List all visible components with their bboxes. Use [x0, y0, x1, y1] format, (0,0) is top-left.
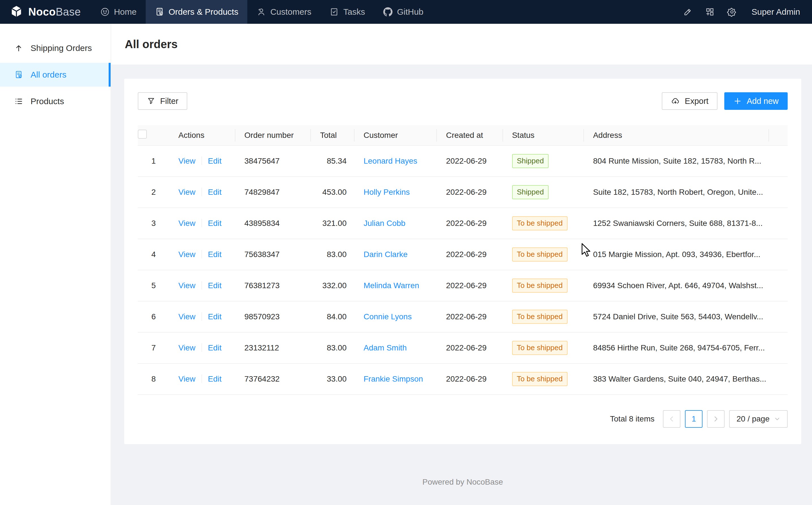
customer-link[interactable]: Leonard Hayes	[363, 157, 417, 165]
column-header-status: Status	[503, 125, 584, 146]
view-link[interactable]: View	[179, 219, 196, 227]
edit-link[interactable]: Edit	[208, 250, 222, 259]
status-badge: To be shipped	[512, 372, 568, 386]
page-size-select[interactable]: 20 / page	[729, 410, 788, 428]
customer-link[interactable]: Adam Smith	[363, 343, 407, 352]
order-number-cell: 76381273	[235, 270, 311, 301]
logo-text-noco: Noco	[28, 6, 56, 18]
nocobase-logo[interactable]: NocoBase	[0, 0, 91, 24]
divider	[202, 281, 202, 290]
sidebar-item-products[interactable]: Products	[0, 90, 110, 113]
pagination-prev-button[interactable]	[663, 410, 681, 428]
view-link[interactable]: View	[179, 250, 196, 259]
edit-link[interactable]: Edit	[208, 374, 222, 383]
status-cell: Shipped	[503, 177, 584, 208]
customer-cell: Adam Smith	[354, 332, 437, 363]
sidebar-item-shipping-orders[interactable]: Shipping Orders	[0, 36, 110, 60]
created-at-cell: 2022-06-29	[437, 208, 503, 239]
pagination-page-1[interactable]: 1	[685, 410, 703, 428]
edit-link[interactable]: Edit	[208, 343, 222, 352]
edit-link[interactable]: Edit	[208, 312, 222, 321]
view-link[interactable]: View	[179, 157, 196, 165]
customer-link[interactable]: Melinda Warren	[363, 281, 419, 290]
column-header-address: Address	[584, 125, 769, 146]
row-index: 4	[138, 239, 170, 270]
spacer-cell	[769, 332, 788, 363]
customer-link[interactable]: Frankie Simpson	[363, 374, 423, 383]
actions-cell: ViewEdit	[170, 363, 235, 394]
column-header-spacer	[769, 125, 788, 146]
actions-cell: ViewEdit	[170, 239, 235, 270]
ui-editor-icon[interactable]	[677, 0, 699, 24]
nav-item-customers[interactable]: Customers	[247, 0, 320, 24]
customer-cell: Darin Clarke	[354, 239, 437, 270]
settings-icon[interactable]	[721, 0, 743, 24]
nav-item-orders-products[interactable]: Orders & Products	[146, 0, 248, 24]
status-badge: To be shipped	[512, 247, 568, 261]
customer-link[interactable]: Julian Cobb	[363, 219, 405, 227]
edit-link[interactable]: Edit	[208, 157, 222, 165]
table-header-row: Actions Order number Total Customer Crea…	[138, 125, 788, 146]
created-at-cell: 2022-06-29	[437, 270, 503, 301]
select-all-checkbox[interactable]	[138, 130, 147, 139]
table-row: 7 ViewEdit 23132112 83.00 Adam Smith 202…	[138, 332, 788, 363]
filter-button[interactable]: Filter	[138, 92, 187, 110]
order-number-cell: 38475647	[235, 146, 311, 177]
table-row: 5 ViewEdit 76381273 332.00 Melinda Warre…	[138, 270, 788, 301]
top-nav: NocoBase Home Orders & Products Customer…	[0, 0, 812, 24]
add-new-button[interactable]: Add new	[724, 92, 788, 110]
total-cell: 83.00	[311, 239, 354, 270]
created-at-cell: 2022-06-29	[437, 146, 503, 177]
table-row: 1 ViewEdit 38475647 85.34 Leonard Hayes …	[138, 146, 788, 177]
view-link[interactable]: View	[179, 281, 196, 290]
actions-cell: ViewEdit	[170, 301, 235, 332]
edit-link[interactable]: Edit	[208, 219, 222, 227]
page-size-value: 20 / page	[737, 414, 770, 424]
status-cell: Shipped	[503, 146, 584, 177]
total-cell: 84.00	[311, 301, 354, 332]
customer-cell: Leonard Hayes	[354, 146, 437, 177]
status-badge: To be shipped	[512, 279, 568, 293]
address-cell: 5724 Daniel Drive, Suite 563, 54403, Wen…	[584, 301, 769, 332]
divider	[202, 219, 202, 227]
list-icon	[14, 97, 23, 106]
table-row: 3 ViewEdit 43895834 321.00 Julian Cobb 2…	[138, 208, 788, 239]
view-link[interactable]: View	[179, 188, 196, 196]
status-badge: Shipped	[512, 154, 549, 168]
divider	[202, 157, 202, 165]
sidebar-item-label: Shipping Orders	[31, 43, 92, 53]
view-link[interactable]: View	[179, 343, 196, 352]
divider	[202, 312, 202, 321]
sidebar: Shipping Orders All orders Products	[0, 24, 111, 505]
plugin-manager-icon[interactable]	[699, 0, 721, 24]
nav-item-tasks[interactable]: Tasks	[320, 0, 374, 24]
nav-item-github[interactable]: GitHub	[374, 0, 432, 24]
customer-link[interactable]: Holly Perkins	[363, 188, 410, 196]
created-at-cell: 2022-06-29	[437, 301, 503, 332]
nav-item-label: Orders & Products	[169, 7, 239, 17]
customer-link[interactable]: Connie Lyons	[363, 312, 412, 321]
address-cell: 1252 Swaniawski Corners, Suite 688, 8137…	[584, 208, 769, 239]
total-cell: 453.00	[311, 177, 354, 208]
orders-table: Actions Order number Total Customer Crea…	[138, 125, 788, 395]
view-link[interactable]: View	[179, 374, 196, 383]
export-button[interactable]: Export	[662, 92, 718, 110]
sidebar-item-all-orders[interactable]: All orders	[0, 63, 110, 87]
nav-item-label: Customers	[270, 7, 311, 17]
column-header-actions: Actions	[170, 125, 235, 146]
created-at-cell: 2022-06-29	[437, 177, 503, 208]
sidebar-item-label: Products	[31, 97, 64, 106]
customer-link[interactable]: Darin Clarke	[363, 250, 408, 259]
pagination-next-button[interactable]	[707, 410, 725, 428]
edit-link[interactable]: Edit	[208, 188, 222, 196]
divider	[202, 250, 202, 259]
actions-cell: ViewEdit	[170, 270, 235, 301]
plus-icon	[733, 97, 742, 105]
column-header-total: Total	[311, 125, 354, 146]
powered-by-link[interactable]: Powered by NocoBase	[423, 478, 503, 486]
customer-cell: Melinda Warren	[354, 270, 437, 301]
nav-item-home[interactable]: Home	[91, 0, 146, 24]
user-menu[interactable]: Super Admin	[743, 0, 812, 24]
view-link[interactable]: View	[179, 312, 196, 321]
edit-link[interactable]: Edit	[208, 281, 222, 290]
